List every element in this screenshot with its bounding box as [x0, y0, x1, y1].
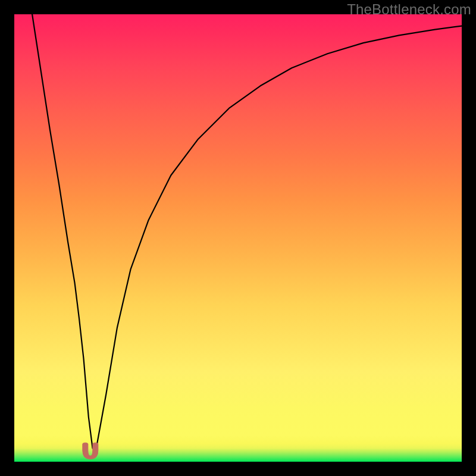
watermark-label: TheBottleneck.com [347, 1, 471, 18]
cusp-marker [14, 14, 462, 462]
plot-area [14, 14, 462, 462]
chart-frame: TheBottleneck.com [0, 0, 476, 476]
